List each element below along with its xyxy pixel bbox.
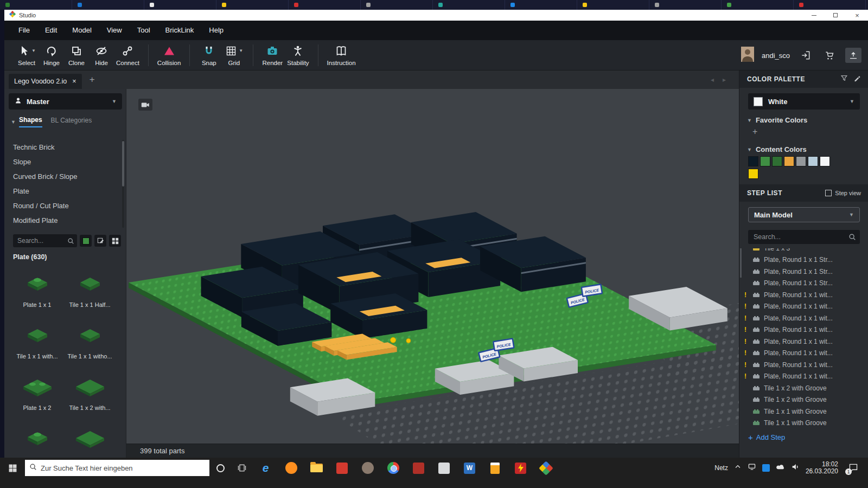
toolbar-hide-button[interactable]: Hide [89, 44, 114, 66]
toolbar-grid-button[interactable]: ▼Grid [221, 44, 246, 66]
content-color-swatch[interactable] [784, 156, 794, 166]
step-list[interactable]: Tile 1 x 3Plate, Round 1 x 1 Str...Plate… [739, 248, 868, 431]
notification-center-icon[interactable]: 1 [844, 458, 863, 478]
browser-tab[interactable] [0, 0, 72, 10]
menu-item-bricklink[interactable]: BrickLink [158, 21, 202, 40]
taskbar-search-input[interactable] [41, 464, 198, 472]
browser-tab[interactable] [505, 0, 577, 10]
part-item[interactable]: Tile 1 x 1 Half... [63, 266, 116, 317]
tab-bl-categories[interactable]: BL Categories [51, 117, 92, 127]
tab-nav-right-icon[interactable]: ▸ [723, 76, 726, 84]
task-view-icon[interactable] [231, 458, 253, 478]
cloud-icon[interactable] [776, 463, 785, 473]
step-list-item[interactable]: Tile 1 x 1 with Groove [739, 406, 868, 418]
step-list-item[interactable]: !Plate, Round 1 x 1 wit... [739, 348, 868, 359]
file-explorer-icon[interactable] [304, 458, 329, 478]
category-item[interactable]: Slope [4, 155, 126, 169]
menu-item-tool[interactable]: Tool [130, 21, 158, 40]
maximize-button[interactable] [825, 10, 846, 21]
part-item[interactable]: Plate 1 x 2 [11, 369, 63, 420]
step-list-item[interactable]: Plate, Round 1 x 1 Str... [739, 254, 868, 266]
category-item[interactable]: Curved Brick / Slope [4, 169, 126, 184]
step-list-item[interactable]: !Plate, Round 1 x 1 wit... [739, 371, 868, 383]
tab-close-icon[interactable]: × [72, 78, 76, 85]
taskbar-clock[interactable]: 18:02 26.03.2020 [806, 461, 838, 475]
menu-item-view[interactable]: View [99, 21, 130, 40]
category-item[interactable]: Technic Brick [4, 140, 126, 155]
toolbar-clone-button[interactable]: Clone [64, 44, 89, 66]
toolbar-snap-button[interactable]: Snap [196, 44, 221, 66]
menu-item-edit[interactable]: Edit [37, 21, 65, 40]
step-list-item[interactable]: !Plate, Round 1 x 1 wit... [739, 301, 868, 313]
document-tab[interactable]: Lego Voodoo 2.io × [9, 74, 82, 89]
category-item[interactable]: Modified Plate [4, 213, 126, 228]
window-app-icon[interactable] [431, 458, 457, 478]
eyedropper-icon[interactable] [853, 74, 861, 84]
volume-icon[interactable] [791, 463, 800, 473]
menu-item-file[interactable]: File [11, 21, 37, 40]
step-list-item[interactable]: Tile 1 x 3 [739, 248, 868, 254]
master-model-dropdown[interactable]: Master ▼ [9, 93, 122, 110]
step-list-item[interactable]: !Plate, Round 1 x 1 wit... [739, 312, 868, 324]
category-item[interactable]: Round / Cut Plate [4, 198, 126, 213]
add-step-button[interactable]: + Add Step [748, 433, 785, 442]
browser-tab[interactable] [577, 0, 649, 10]
taskbar-search[interactable] [25, 460, 209, 476]
content-color-swatch[interactable] [820, 156, 830, 166]
puzzle-app-icon[interactable] [329, 458, 355, 478]
main-model-dropdown[interactable]: Main Model ▼ [748, 207, 860, 222]
part-item[interactable]: Tile 1 x 1 with... [11, 317, 63, 369]
step-list-scrollbar-thumb[interactable] [740, 248, 742, 278]
flash-app-icon[interactable] [508, 458, 533, 478]
new-tab-button[interactable]: + [90, 74, 95, 85]
step-list-item[interactable]: Tile 1 x 1 with Groove [739, 418, 868, 429]
browser-tab[interactable] [433, 0, 505, 10]
content-color-swatch[interactable] [796, 156, 806, 166]
gimp-icon[interactable] [355, 458, 380, 478]
part-item[interactable]: Tile 1 x 2 with... [63, 369, 116, 420]
firefox-icon[interactable] [278, 458, 304, 478]
step-search-input[interactable] [748, 230, 860, 244]
browser-tab[interactable] [722, 0, 794, 10]
step-list-item[interactable]: !Plate, Round 1 x 1 wit... [739, 336, 868, 348]
office-app-icon[interactable]: W [457, 458, 482, 478]
part-item[interactable]: Plate 1 x 1 [11, 266, 63, 317]
avatar[interactable] [741, 47, 754, 64]
background-browser-tabs[interactable] [0, 0, 868, 10]
content-color-swatch[interactable] [760, 156, 770, 166]
step-list-item[interactable]: Plate, Round 1 x 1 Str... [739, 278, 868, 290]
window-titlebar[interactable]: Studio × [4, 10, 868, 21]
browser-tab[interactable] [649, 0, 722, 10]
menu-item-help[interactable]: Help [201, 21, 231, 40]
content-color-swatch[interactable] [808, 156, 818, 166]
edge-icon[interactable]: e [253, 458, 278, 478]
add-favorite-color-button[interactable]: + [752, 127, 757, 137]
upload-icon[interactable] [845, 48, 861, 63]
content-color-swatch[interactable] [772, 156, 782, 166]
close-button[interactable]: × [846, 10, 868, 21]
edit-filter-button[interactable] [94, 235, 106, 247]
cortana-icon[interactable] [209, 458, 231, 478]
step-view-toggle[interactable]: Step view [825, 190, 861, 196]
toolbar-collision-button[interactable]: Collision [155, 44, 183, 66]
part-item[interactable]: Tile 1 x 1 witho... [63, 317, 116, 369]
content-color-swatch[interactable] [748, 156, 758, 166]
content-color-swatch[interactable] [748, 169, 758, 179]
step-list-item[interactable]: !Plate, Round 1 x 1 wit... [739, 359, 868, 371]
toolbar-select-button[interactable]: ▼Select [14, 44, 39, 66]
beer-app-icon[interactable] [482, 458, 508, 478]
minimize-button[interactable] [803, 10, 825, 21]
chevron-up-icon[interactable] [734, 463, 742, 473]
grid-view-button[interactable] [109, 235, 121, 247]
step-view-checkbox[interactable] [825, 190, 832, 196]
display-icon[interactable] [748, 463, 756, 473]
browser-tab[interactable] [361, 0, 433, 10]
start-button[interactable] [0, 458, 25, 478]
part-item[interactable] [11, 420, 63, 458]
tray-app-icon[interactable] [762, 464, 770, 472]
toolbar-render-button[interactable]: Render [260, 44, 285, 66]
content-colors-header[interactable]: ▼ Content Colors [747, 145, 807, 153]
3d-viewport[interactable]: POLICEPOLICEPOLICEPOLICE 399 total parts [126, 89, 739, 458]
shopping-app-icon[interactable] [406, 458, 431, 478]
toolbar-instruction-button[interactable]: Instruction [325, 44, 358, 66]
